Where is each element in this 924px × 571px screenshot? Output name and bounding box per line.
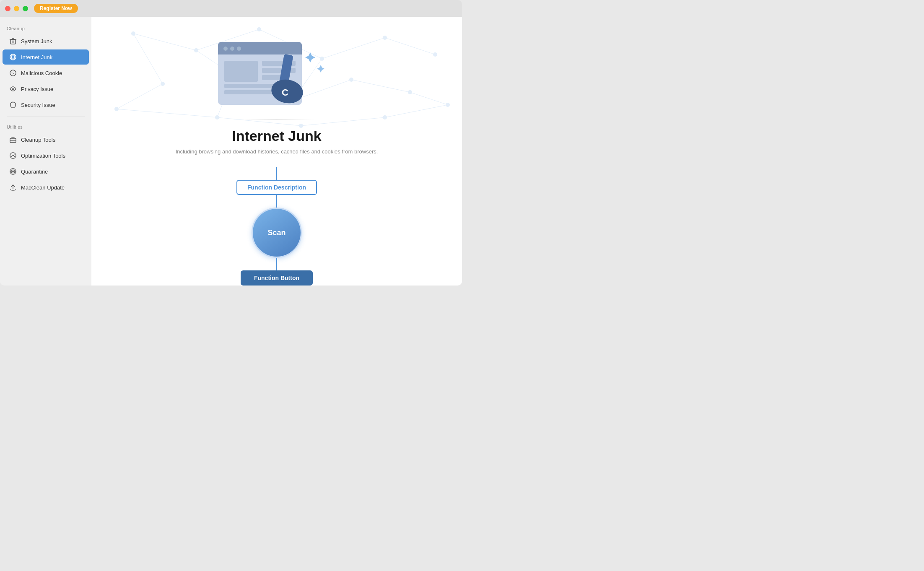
svg-line-42 bbox=[133, 34, 196, 50]
connector-line-middle bbox=[276, 195, 277, 208]
briefcase-icon bbox=[9, 136, 17, 143]
sidebar-divider bbox=[7, 117, 85, 117]
maximize-button[interactable] bbox=[23, 6, 28, 11]
close-button[interactable] bbox=[5, 6, 10, 11]
svg-line-59 bbox=[410, 92, 448, 105]
svg-point-64 bbox=[230, 47, 234, 51]
trash-icon bbox=[9, 37, 17, 45]
hero-illustration: C bbox=[210, 29, 344, 123]
sidebar-item-system-junk[interactable]: System Junk bbox=[3, 34, 89, 49]
svg-point-15 bbox=[12, 88, 14, 90]
eye-icon bbox=[9, 85, 17, 93]
page-title: Internet Junk bbox=[232, 128, 321, 144]
sidebar-item-security-issue[interactable]: Security Issue bbox=[3, 97, 89, 112]
utilities-section-label: Utilities bbox=[0, 121, 91, 131]
svg-rect-71 bbox=[224, 90, 279, 94]
svg-point-65 bbox=[237, 47, 241, 51]
cleanup-tools-label: Cleanup Tools bbox=[21, 137, 55, 143]
upload-icon bbox=[9, 184, 17, 191]
shield-icon bbox=[9, 101, 17, 109]
svg-text:C: C bbox=[282, 87, 288, 98]
sidebar-item-cleanup-tools[interactable]: Cleanup Tools bbox=[3, 132, 89, 147]
macclean-update-label: MacClean Update bbox=[21, 184, 65, 191]
browser-cleanup-illustration: C bbox=[210, 29, 344, 122]
sidebar-item-privacy-issue[interactable]: Privacy Issue bbox=[3, 81, 89, 96]
cookie-icon bbox=[9, 69, 17, 77]
gauge-icon bbox=[9, 152, 17, 159]
connector-line-bottom bbox=[276, 258, 277, 270]
optimization-tools-label: Optimization Tools bbox=[21, 153, 65, 159]
sidebar-item-malicious-cookie[interactable]: Malicious Cookie bbox=[3, 65, 89, 80]
svg-point-10 bbox=[10, 70, 16, 76]
svg-rect-66 bbox=[224, 61, 258, 82]
svg-rect-0 bbox=[10, 39, 16, 44]
svg-line-47 bbox=[133, 34, 163, 84]
globe-icon bbox=[9, 53, 17, 61]
scan-label: Scan bbox=[267, 228, 286, 237]
cleanup-section-label: Cleanup bbox=[0, 23, 91, 33]
malicious-cookie-label: Malicious Cookie bbox=[21, 70, 62, 76]
function-button[interactable]: Function Button bbox=[241, 270, 313, 286]
svg-line-46 bbox=[385, 38, 435, 55]
svg-line-56 bbox=[385, 105, 448, 117]
security-issue-label: Security Issue bbox=[21, 102, 55, 108]
svg-point-63 bbox=[223, 47, 228, 51]
connector-line-top bbox=[276, 167, 277, 180]
minimize-button[interactable] bbox=[14, 6, 19, 11]
sidebar-item-macclean-update[interactable]: MacClean Update bbox=[3, 180, 89, 195]
scan-button[interactable]: Scan bbox=[252, 208, 302, 258]
function-description-section: Function Description Scan Function Butto… bbox=[236, 167, 317, 286]
svg-point-20 bbox=[13, 155, 13, 156]
app-body: Cleanup System Junk Internet Junk bbox=[0, 17, 462, 286]
svg-line-51 bbox=[351, 80, 410, 92]
internet-junk-label: Internet Junk bbox=[21, 54, 52, 60]
svg-line-52 bbox=[117, 84, 163, 109]
content-area: Internet Junk Including browsing and dow… bbox=[159, 128, 395, 286]
system-junk-label: System Junk bbox=[21, 38, 52, 44]
main-content: C Internet Junk Including browsing and d… bbox=[91, 17, 462, 286]
quarantine-label: Quarantine bbox=[21, 169, 48, 175]
svg-point-11 bbox=[12, 72, 13, 73]
sidebar-item-internet-junk[interactable]: Internet Junk bbox=[3, 49, 89, 65]
svg-point-12 bbox=[13, 73, 14, 74]
sidebar-item-quarantine[interactable]: Quarantine bbox=[3, 164, 89, 179]
quarantine-icon bbox=[9, 168, 17, 175]
privacy-issue-label: Privacy Issue bbox=[21, 86, 53, 92]
svg-point-14 bbox=[13, 72, 14, 72]
sidebar: Cleanup System Junk Internet Junk bbox=[0, 17, 91, 286]
function-description-box[interactable]: Function Description bbox=[236, 180, 317, 195]
sidebar-item-optimization-tools[interactable]: Optimization Tools bbox=[3, 148, 89, 163]
svg-point-13 bbox=[12, 74, 13, 74]
title-bar: Register Now bbox=[0, 0, 462, 17]
register-now-button[interactable]: Register Now bbox=[34, 4, 78, 13]
svg-line-53 bbox=[117, 109, 217, 117]
page-description: Including browsing and download historie… bbox=[176, 148, 378, 155]
